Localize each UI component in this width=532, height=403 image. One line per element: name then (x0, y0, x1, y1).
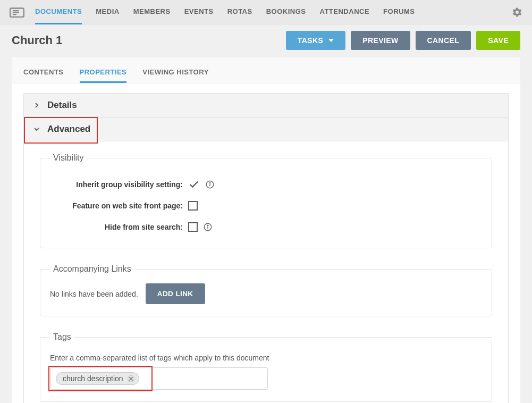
accordion-advanced: Advanced Visibility Inherit group visibi… (23, 117, 509, 403)
tags-hint: Enter a comma-separated list of tags whi… (50, 354, 482, 362)
top-nav-bar: DOCUMENTS MEDIA MEMBERS EVENTS ROTAS BOO… (0, 0, 532, 24)
page-header: Church 1 TASKS PREVIEW CANCEL SAVE (0, 24, 532, 57)
nav-item-rotas[interactable]: ROTAS (227, 0, 252, 24)
tags-fieldset: Tags Enter a comma-separated list of tag… (40, 332, 492, 402)
nav-item-documents[interactable]: DOCUMENTS (35, 0, 82, 24)
tag-chip: church description (56, 372, 139, 385)
tags-input[interactable]: church description (50, 367, 268, 390)
info-icon[interactable] (205, 180, 215, 189)
info-icon[interactable] (203, 222, 213, 232)
chevron-down-icon (33, 126, 40, 132)
gear-icon[interactable] (512, 7, 522, 18)
tasks-button[interactable]: TASKS (286, 31, 345, 50)
svg-point-6 (209, 182, 210, 183)
feature-checkbox[interactable] (188, 201, 198, 211)
feature-label: Feature on web site front page: (50, 202, 188, 210)
hide-row: Hide from site search: (50, 218, 482, 236)
content-panel: CONTENTS PROPERTIES VIEWING HISTORY Deta… (12, 57, 520, 403)
sub-tabs: CONTENTS PROPERTIES VIEWING HISTORY (12, 57, 520, 83)
preview-button[interactable]: PREVIEW (351, 31, 410, 50)
tab-contents[interactable]: CONTENTS (23, 64, 64, 83)
accordion-container: Details Advanced Visibility Inherit grou… (12, 83, 520, 403)
nav-item-bookings[interactable]: BOOKINGS (266, 0, 306, 24)
nav-item-attendance[interactable]: ATTENDANCE (319, 0, 369, 24)
chevron-down-icon (328, 39, 334, 42)
page-title: Church 1 (12, 33, 286, 47)
visibility-legend: Visibility (50, 153, 87, 163)
remove-tag-icon[interactable] (128, 375, 134, 382)
links-row: No links have been added. ADD LINK (50, 283, 482, 304)
tag-chip-label: church description (63, 374, 123, 383)
tasks-button-label: TASKS (298, 36, 323, 45)
tags-legend: Tags (50, 332, 74, 342)
save-button[interactable]: SAVE (476, 31, 520, 50)
links-legend: Accompanying Links (50, 264, 134, 274)
app-logo-icon (10, 6, 24, 18)
nav-item-members[interactable]: MEMBERS (133, 0, 171, 24)
cancel-button[interactable]: CANCEL (416, 31, 471, 50)
add-link-button[interactable]: ADD LINK (146, 283, 205, 304)
accordion-details-title: Details (47, 100, 77, 111)
nav-item-media[interactable]: MEDIA (96, 0, 119, 24)
nav-item-events[interactable]: EVENTS (184, 0, 214, 24)
inherit-label: Inherit group visibility setting: (50, 180, 188, 189)
links-fieldset: Accompanying Links No links have been ad… (40, 264, 492, 316)
links-empty-text: No links have been added. (50, 290, 138, 298)
svg-point-9 (207, 225, 208, 226)
hide-checkbox[interactable] (188, 222, 198, 232)
accordion-details: Details (23, 93, 509, 117)
hide-label: Hide from site search: (50, 223, 188, 231)
accordion-advanced-body: Visibility Inherit group visibility sett… (24, 141, 508, 403)
accordion-details-header[interactable]: Details (24, 94, 508, 117)
feature-row: Feature on web site front page: (50, 197, 482, 215)
action-buttons: TASKS PREVIEW CANCEL SAVE (286, 31, 520, 50)
accordion-advanced-title: Advanced (47, 124, 90, 135)
tab-properties[interactable]: PROPERTIES (80, 64, 127, 83)
visibility-fieldset: Visibility Inherit group visibility sett… (40, 153, 492, 248)
inherit-checkbox[interactable] (188, 179, 200, 190)
tab-viewing-history[interactable]: VIEWING HISTORY (142, 64, 209, 83)
accordion-advanced-header[interactable]: Advanced (24, 117, 508, 141)
inherit-row: Inherit group visibility setting: (50, 175, 482, 194)
chevron-right-icon (33, 102, 40, 108)
nav-item-forums[interactable]: FORUMS (383, 0, 415, 24)
primary-nav: DOCUMENTS MEDIA MEMBERS EVENTS ROTAS BOO… (35, 0, 512, 24)
